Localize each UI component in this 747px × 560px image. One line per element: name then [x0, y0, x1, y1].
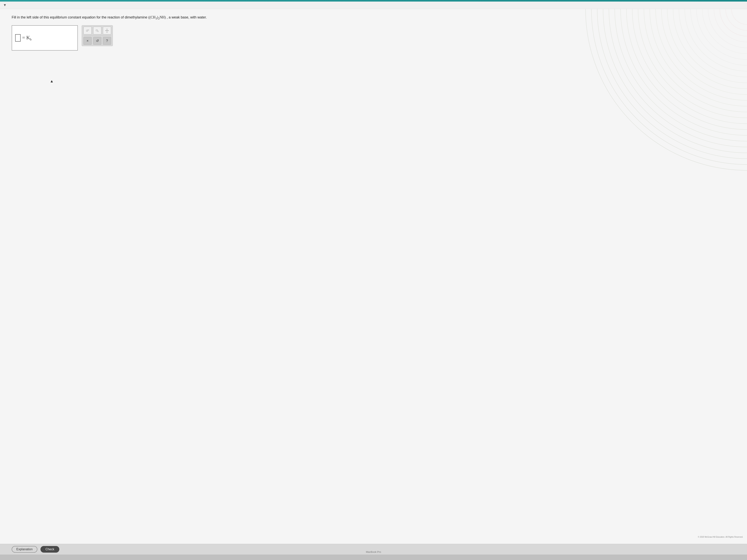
help-icon: ? [106, 39, 108, 43]
subscript-button[interactable]: □□ [93, 27, 101, 34]
toolbar-row-1: □□ □□ □ □ [83, 27, 111, 34]
chemical-formula: ((CH3)2NH) [148, 16, 167, 19]
toolbar-row-2: × ↺ ? [83, 37, 111, 45]
undo-icon: ↺ [96, 39, 99, 43]
fraction-button[interactable]: □ □ [103, 27, 111, 34]
question-suffix: , a weak base, with water. [167, 16, 207, 19]
superscript-button[interactable]: □□ [83, 27, 92, 34]
chevron-bar: ▼ [0, 2, 747, 9]
cursor-pointer: ▲ [50, 79, 54, 83]
question-prefix: Fill in the left side of this equilibriu… [12, 16, 148, 19]
math-toolbar: □□ □□ □ □ [82, 25, 113, 46]
kb-label: = Kb [22, 35, 31, 41]
toolbar-divider [83, 35, 111, 36]
macbook-label: MacBook Pro [366, 551, 381, 553]
undo-button[interactable]: ↺ [93, 37, 101, 45]
clear-icon: × [86, 39, 89, 43]
clear-button[interactable]: × [83, 37, 92, 45]
equation-area: = Kb □□ □□ □ [12, 25, 735, 51]
fraction-icon: □ □ [105, 28, 109, 33]
answer-input-placeholder[interactable] [15, 34, 21, 42]
taskbar [0, 555, 747, 560]
footer-bar: Explanation Check MacBook Pro [0, 544, 747, 555]
subscript-icon: □□ [96, 29, 98, 32]
equation-input-box[interactable]: = Kb [12, 25, 78, 51]
copyright-text: © 2020 McGraw-Hill Education. All Rights… [698, 536, 743, 538]
question-text: Fill in the left side of this equilibriu… [12, 15, 735, 21]
help-button[interactable]: ? [103, 37, 111, 45]
top-bar [0, 0, 747, 2]
content-area: Fill in the left side of this equilibriu… [12, 15, 735, 51]
explanation-button[interactable]: Explanation [12, 546, 37, 553]
superscript-icon: □□ [86, 29, 89, 32]
check-button[interactable]: Check [41, 546, 59, 553]
main-content: .arc { fill: none; stroke-width: 2; } [0, 9, 747, 544]
chevron-down-icon[interactable]: ▼ [3, 3, 7, 7]
